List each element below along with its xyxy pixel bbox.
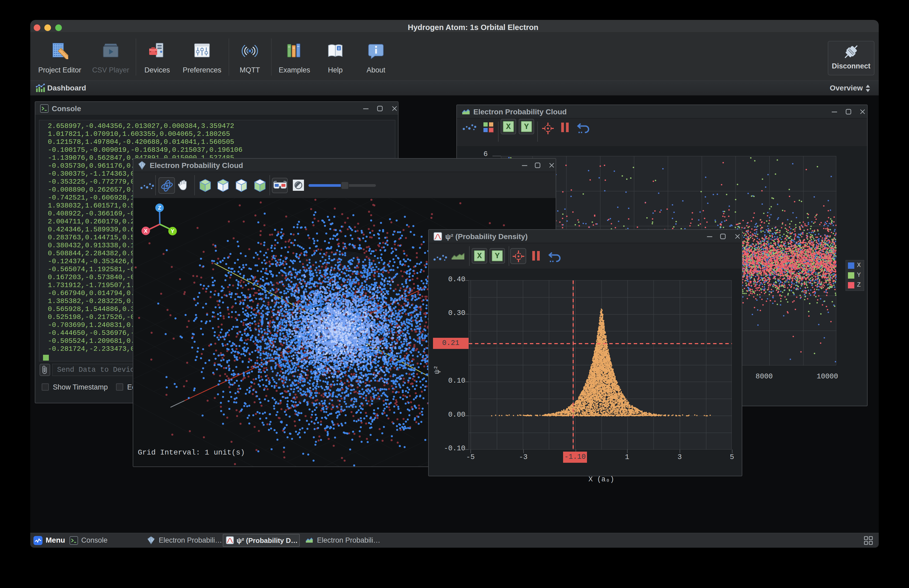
svg-text:X: X xyxy=(144,228,147,234)
svg-text:Y: Y xyxy=(171,228,175,234)
svg-text:Z: Z xyxy=(158,205,161,211)
